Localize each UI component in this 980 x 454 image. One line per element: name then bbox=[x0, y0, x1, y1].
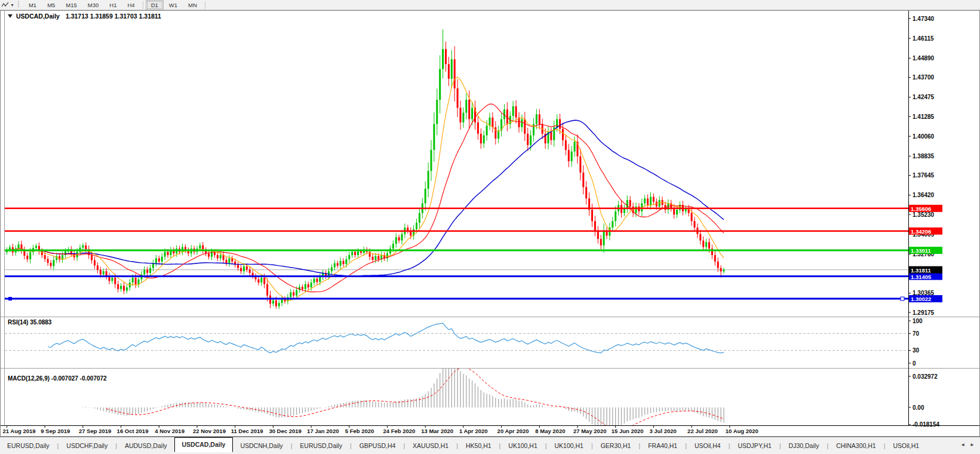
candle-body bbox=[263, 278, 265, 284]
chart-tab-dj30-daily[interactable]: DJ30,Daily bbox=[782, 440, 827, 452]
chart-tab-hk50-h1[interactable]: HK50,H1 bbox=[459, 440, 499, 452]
candle-body bbox=[579, 157, 581, 173]
price-axis[interactable]: 1.473401.461151.448901.437001.424751.412… bbox=[908, 11, 979, 428]
timeframe-button-mn[interactable]: MN bbox=[183, 0, 202, 10]
candle-body bbox=[82, 246, 84, 248]
timeframe-button-h4[interactable]: H4 bbox=[122, 0, 140, 10]
candle-body bbox=[425, 189, 426, 203]
candle-body bbox=[249, 269, 251, 272]
candle-body bbox=[708, 242, 710, 249]
macd-axis-label: -0.018154 bbox=[913, 421, 939, 428]
candle-body bbox=[676, 210, 678, 214]
price-axis-background[interactable] bbox=[909, 11, 979, 425]
candle-body bbox=[521, 119, 523, 127]
chart-tab-usoil-h1[interactable]: USOil,H1 bbox=[886, 440, 926, 452]
candle-body bbox=[536, 114, 537, 124]
candle-body bbox=[451, 59, 453, 79]
date-label: 21 Aug 2019 bbox=[3, 428, 36, 434]
date-label: 27 May 2020 bbox=[573, 428, 606, 434]
candle-body bbox=[246, 266, 248, 269]
line-handle[interactable] bbox=[8, 297, 12, 300]
chart-tab-gbpusd-h4[interactable]: GBPUSD,H4 bbox=[352, 440, 403, 452]
candle-body bbox=[29, 252, 31, 259]
candle-body bbox=[377, 256, 379, 259]
candle-body bbox=[94, 260, 96, 266]
timeframe-button-h1[interactable]: H1 bbox=[104, 0, 122, 10]
chart-tab-usdcad-daily[interactable]: USDCAD,Daily bbox=[174, 437, 234, 452]
line-handle[interactable] bbox=[901, 297, 904, 300]
tab-scroll-left-icon[interactable]: ◄ bbox=[960, 442, 965, 447]
price-axis-label: 1.29175 bbox=[913, 309, 935, 316]
date-label: 3 Jul 2020 bbox=[649, 428, 676, 434]
chart-tab-eurusd-daily[interactable]: EURUSD,Daily bbox=[0, 440, 57, 452]
tab-scroll-right-icon[interactable]: ► bbox=[970, 442, 975, 447]
chart-tab-china300-h1[interactable]: CHINA300,H1 bbox=[829, 440, 883, 452]
candle-body bbox=[243, 266, 245, 271]
candle-body bbox=[308, 284, 309, 287]
price-axis-label: 1.38835 bbox=[913, 153, 935, 159]
toolbar-grip[interactable] bbox=[18, 1, 20, 8]
chart-tab-usdchf-daily[interactable]: USDCHF,Daily bbox=[59, 440, 115, 452]
rsi-axis-label: 100 bbox=[913, 318, 923, 324]
chart-tab-xauusd-h1[interactable]: XAUUSD,H1 bbox=[405, 440, 456, 452]
date-label: 9 Sep 2019 bbox=[41, 428, 70, 434]
candle-body bbox=[480, 134, 482, 143]
price-axis-label: 1.40060 bbox=[913, 133, 935, 140]
price-axis-label: 1.43700 bbox=[913, 74, 935, 81]
chart-tab-uk100-h1[interactable]: UK100,H1 bbox=[501, 440, 544, 452]
candle-body bbox=[91, 255, 93, 260]
chart-tab-usdjpy-h1[interactable]: USDJPY,H1 bbox=[730, 440, 778, 452]
candle-body bbox=[340, 261, 342, 266]
candle-body bbox=[135, 278, 137, 284]
chart-tab-uk100-h1[interactable]: UK100,H1 bbox=[547, 440, 590, 452]
price-chart-canvas[interactable]: 1.473401.461151.448901.437001.424751.412… bbox=[0, 10, 980, 437]
date-label: 4 Nov 2019 bbox=[155, 428, 185, 434]
candle-body bbox=[491, 118, 493, 127]
timeframe-button-m1[interactable]: M1 bbox=[23, 0, 42, 10]
candle-body bbox=[85, 246, 87, 250]
zigzag-icon bbox=[1, 1, 9, 9]
candle-body bbox=[316, 279, 318, 282]
chart-tab-usdcnh-daily[interactable]: USDCNH,Daily bbox=[233, 440, 290, 452]
date-label: 1 Apr 2020 bbox=[459, 428, 488, 434]
date-label: 8 May 2020 bbox=[535, 428, 565, 434]
candle-body bbox=[226, 260, 228, 263]
candle-body bbox=[439, 69, 441, 100]
candle-body bbox=[550, 132, 552, 140]
chart-tab-eurusd-daily[interactable]: EURUSD,Daily bbox=[293, 440, 349, 452]
price-axis-label: 1.36420 bbox=[913, 192, 935, 198]
chevron-down-icon[interactable]: ▼ bbox=[10, 3, 16, 7]
timeframe-button-m30[interactable]: M30 bbox=[82, 0, 104, 10]
chart-tab-usoil-h4[interactable]: USOil,H4 bbox=[687, 440, 728, 452]
candle-body bbox=[650, 197, 652, 205]
timeframe-button-w1[interactable]: W1 bbox=[164, 0, 183, 10]
timeframe-button-m5[interactable]: M5 bbox=[42, 0, 60, 10]
timeframe-button-d1[interactable]: D1 bbox=[146, 0, 164, 10]
candle-body bbox=[694, 221, 696, 228]
timeframe-toolbar: ▼ M1M5M15M30H1H4D1W1MN bbox=[0, 0, 980, 10]
candle-body bbox=[512, 106, 514, 116]
chart-title: USDCAD,Daily1.31713 1.31859 1.31703 1.31… bbox=[16, 13, 161, 20]
candle-body bbox=[720, 268, 722, 272]
candle-body bbox=[26, 256, 28, 259]
candle-body bbox=[494, 127, 496, 139]
candle-body bbox=[114, 278, 116, 284]
candle-body bbox=[64, 251, 66, 255]
candle-body bbox=[395, 237, 397, 244]
chart-tool-icon[interactable] bbox=[0, 1, 10, 10]
candle-body bbox=[257, 280, 259, 283]
chart-tab-audusd-daily[interactable]: AUDUSD,Daily bbox=[118, 440, 174, 452]
candle-body bbox=[626, 200, 628, 208]
timeframe-button-m15[interactable]: M15 bbox=[60, 0, 82, 10]
chart-tab-fra40-h1[interactable]: FRA40,H1 bbox=[641, 440, 684, 452]
date-label: 22 Nov 2019 bbox=[193, 428, 226, 434]
chart-tab-ger30-h1[interactable]: GER30,H1 bbox=[594, 440, 638, 452]
candle-body bbox=[120, 286, 122, 289]
candle-body bbox=[468, 100, 470, 119]
candle-body bbox=[629, 200, 631, 207]
price-axis-label: 1.47340 bbox=[913, 16, 935, 22]
candle-body bbox=[401, 234, 403, 241]
date-label: 27 Sep 2019 bbox=[79, 428, 111, 434]
candle-body bbox=[574, 142, 576, 151]
candle-body bbox=[562, 129, 564, 140]
